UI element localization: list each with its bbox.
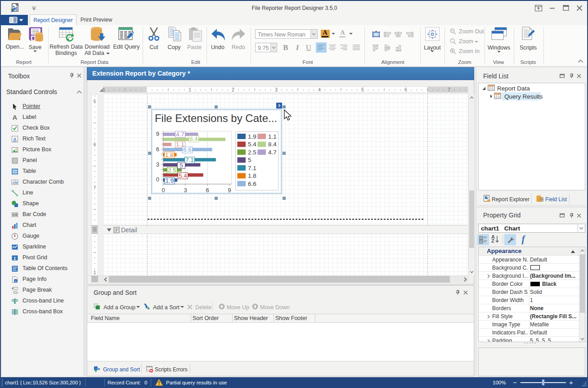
svg-text:6.6: 6.6: [248, 180, 256, 187]
svg-text:4.7: 4.7: [176, 131, 184, 138]
svg-text:4.7: 4.7: [268, 149, 277, 156]
svg-text:1: 1: [94, 270, 96, 275]
svg-text:2: 2: [232, 87, 234, 92]
svg-text:6: 6: [206, 187, 209, 194]
svg-text:a: a: [12, 180, 14, 185]
svg-text:7: 7: [448, 87, 450, 92]
svg-text:A: A: [13, 114, 18, 121]
svg-text:0: 0: [156, 176, 159, 183]
svg-text:1.8: 1.8: [165, 152, 174, 158]
svg-text:File Extensions by Cate...: File Extensions by Cate...: [155, 112, 277, 124]
svg-text:1: 1: [189, 87, 191, 92]
svg-text:0: 0: [162, 187, 165, 194]
svg-text:5: 5: [361, 87, 364, 92]
svg-text:5.4: 5.4: [179, 172, 187, 179]
svg-text:5: 5: [94, 99, 96, 104]
svg-text:6: 6: [94, 142, 96, 147]
svg-text:9: 9: [228, 187, 231, 194]
svg-text:2.5: 2.5: [248, 149, 256, 156]
svg-text:1.9: 1.9: [166, 177, 174, 184]
svg-text:7.1: 7.1: [185, 157, 194, 163]
svg-text:2.5: 2.5: [168, 167, 176, 174]
svg-text:5: 5: [180, 162, 183, 169]
svg-text:i: i: [15, 280, 16, 283]
svg-text:3: 3: [275, 87, 278, 92]
svg-text:A: A: [13, 137, 17, 141]
svg-text:6: 6: [404, 87, 407, 92]
svg-text:7.1: 7.1: [248, 165, 256, 171]
svg-text:6: 6: [156, 146, 159, 153]
svg-text:3: 3: [184, 187, 187, 194]
svg-text:Σ: Σ: [13, 256, 16, 261]
svg-text:1: 1: [103, 87, 105, 92]
svg-text:9: 9: [156, 131, 159, 137]
svg-text:8.4: 8.4: [268, 141, 277, 148]
svg-text:b: b: [15, 180, 18, 185]
svg-text:5.4: 5.4: [248, 141, 256, 148]
svg-text:4: 4: [318, 87, 321, 92]
svg-text:1.1: 1.1: [268, 133, 277, 140]
svg-text:5: 5: [248, 157, 251, 163]
svg-text:3: 3: [156, 161, 159, 168]
svg-text:7: 7: [94, 185, 96, 190]
svg-text:1.8: 1.8: [248, 172, 256, 179]
svg-text:6.6: 6.6: [183, 146, 192, 153]
svg-text:1.9: 1.9: [248, 133, 256, 140]
svg-text:8.4: 8.4: [189, 135, 198, 142]
